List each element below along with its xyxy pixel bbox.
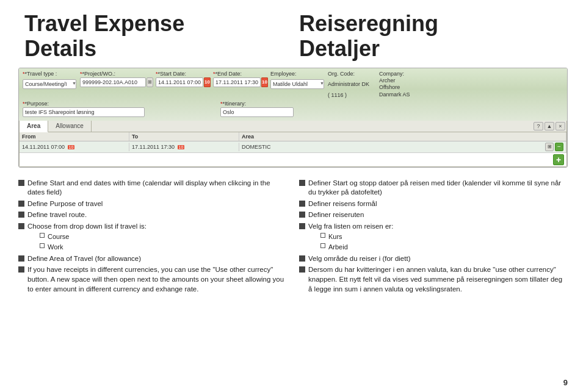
- start-date-field: *Start Date: 10: [156, 71, 211, 87]
- page-number: 9: [563, 378, 568, 387]
- header-right: Reiseregning Detaljer: [287, 11, 562, 62]
- add-btn-row: +: [20, 153, 566, 166]
- bullet-icon: [299, 266, 305, 273]
- project-label: *Project/WO.:: [80, 71, 153, 77]
- bullet-icon: [299, 223, 305, 229]
- org-field: Org. Code: Administrator DK ( 1116 ): [328, 71, 377, 99]
- list-item: Choose from drop down list if travel is:…: [18, 222, 287, 252]
- travel-type-select[interactable]: Course/Meeting/I: [23, 79, 76, 89]
- add-row-btn[interactable]: +: [553, 154, 564, 165]
- bullet-icon: [18, 266, 24, 273]
- sub-list-velg: Kurs Arbeid: [320, 232, 393, 251]
- bullet-icon: [18, 201, 24, 207]
- left-bullet-list: Define Start and end dates with time (ca…: [18, 179, 287, 294]
- table-header: From To Area: [20, 132, 566, 141]
- list-item: Define Purpose of travel: [18, 199, 287, 209]
- header-left: Travel Expense Details: [24, 11, 287, 62]
- content-right: Definer Start og stopp datoer på reisen …: [299, 179, 568, 296]
- travel-type-select-wrapper[interactable]: Course/Meeting/I: [23, 77, 78, 89]
- end-date-wrapper: 10: [213, 77, 268, 87]
- tab-close-btn[interactable]: ×: [555, 122, 565, 130]
- cell-to: 17.11.2011 17:30 10: [129, 143, 239, 151]
- tab-area: Area Allowance ? ▲ × From To Area 14.11.…: [19, 121, 567, 167]
- list-item: Velg fra listen om reisen er: Kurs Arbei…: [299, 222, 568, 252]
- list-item: Define Area of Travel (for allowance): [18, 254, 287, 264]
- right-bullet-list: Definer Start og stopp datoer på reisen …: [299, 179, 568, 294]
- travel-type-label: *Travel type :: [23, 71, 78, 77]
- list-item: Velg område du reiser i (for diett): [299, 254, 568, 264]
- purpose-input[interactable]: [23, 107, 145, 117]
- start-date-label: *Start Date:: [156, 71, 211, 77]
- tab-help-btn[interactable]: ?: [534, 122, 543, 130]
- sub-list-item: Work: [40, 243, 146, 251]
- content-area: Define Start and end dates with time (ca…: [0, 174, 586, 302]
- tab-area-item[interactable]: Area: [20, 121, 48, 132]
- purpose-field: *Purpose:: [23, 101, 145, 117]
- project-input[interactable]: [80, 77, 146, 87]
- sub-bullet: [40, 243, 45, 248]
- bullet-icon: [18, 212, 24, 218]
- end-date-field: *End Date: 10: [213, 71, 268, 87]
- end-date-cal-btn[interactable]: 10: [261, 77, 268, 87]
- start-date-input[interactable]: [156, 77, 203, 87]
- sub-bullet: [40, 233, 45, 238]
- list-item: Definer Start og stopp datoer på reisen …: [299, 179, 568, 198]
- start-date-wrapper: 10: [156, 77, 211, 87]
- list-item: Dersom du har kvitteringer i en annen va…: [299, 265, 568, 294]
- sub-list-item: Kurs: [320, 232, 393, 241]
- area-delete-btn[interactable]: −: [555, 143, 563, 151]
- end-date-input[interactable]: [213, 77, 261, 87]
- col-header-from: From: [20, 132, 129, 141]
- cell-area: DOMESTIC ⊞ −: [239, 141, 566, 152]
- ui-screenshot: *Travel type : Course/Meeting/I *Project…: [18, 68, 568, 168]
- tab-bar: Area Allowance ? ▲ ×: [20, 121, 566, 132]
- itinerary-input[interactable]: [220, 107, 294, 117]
- bullet-icon: [18, 255, 24, 262]
- content-left: Define Start and end dates with time (ca…: [18, 179, 287, 296]
- sub-list-item: Arbeid: [320, 243, 393, 251]
- employee-label: Employee:: [270, 71, 325, 77]
- purpose-label: *Purpose:: [23, 101, 145, 107]
- sub-list-item: Course: [40, 232, 146, 241]
- to-cal-badge[interactable]: 10: [178, 145, 185, 149]
- travel-type-field: *Travel type : Course/Meeting/I: [23, 71, 78, 89]
- project-browse-btn[interactable]: ⊞: [146, 77, 153, 87]
- itinerary-field: *Itinerary:: [220, 101, 294, 117]
- page: Travel Expense Details Reiseregning Deta…: [0, 0, 586, 392]
- tab-content: From To Area 14.11.2011 07:00 10 17.11.2…: [20, 132, 566, 166]
- list-item: If you have receipts in different curren…: [18, 265, 287, 294]
- start-date-cal-btn[interactable]: 10: [204, 77, 211, 87]
- header-section: Travel Expense Details Reiseregning Deta…: [0, 0, 586, 68]
- bullet-icon: [299, 201, 305, 207]
- bullet-icon: [299, 180, 305, 186]
- right-title: Reiseregning Detaljer: [299, 11, 562, 62]
- bullet-icon: [18, 180, 24, 186]
- bullet-icon: [18, 223, 24, 229]
- list-item: Define travel route.: [18, 210, 287, 220]
- form-row-1: *Travel type : Course/Meeting/I *Project…: [23, 71, 563, 99]
- org-label: Org. Code:: [328, 71, 377, 77]
- sub-bullet: [320, 243, 325, 248]
- form-row-2: *Purpose: *Itinerary:: [23, 101, 563, 117]
- left-title: Travel Expense Details: [24, 11, 287, 62]
- tab-header-btns: ? ▲ ×: [532, 121, 566, 132]
- cell-from: 14.11.2011 07:00 10: [20, 143, 129, 151]
- tab-allowance-item[interactable]: Allowance: [48, 121, 92, 132]
- list-item: Define Start and end dates with time (ca…: [18, 179, 287, 198]
- from-cal-badge[interactable]: 10: [68, 145, 75, 149]
- col-header-area: Area: [239, 132, 566, 141]
- itinerary-label: *Itinerary:: [220, 101, 294, 107]
- list-item: Definer reiseruten: [299, 210, 568, 220]
- employee-select-wrapper[interactable]: Matilde Uldahl: [270, 77, 325, 89]
- employee-select[interactable]: Matilde Uldahl: [270, 79, 324, 89]
- sub-bullet: [320, 233, 325, 238]
- form-fields-area: *Travel type : Course/Meeting/I *Project…: [19, 68, 567, 121]
- area-browse-btn[interactable]: ⊞: [545, 143, 554, 151]
- company-label: Company:: [379, 71, 422, 77]
- tab-up-btn[interactable]: ▲: [544, 122, 554, 130]
- table-row[interactable]: 14.11.2011 07:00 10 17.11.2011 17:30 10 …: [20, 141, 566, 153]
- col-header-to: To: [129, 132, 239, 141]
- bullet-icon: [299, 212, 305, 218]
- company-field: Company: ArcherOffshoreDanmark AS: [379, 71, 422, 99]
- end-date-label: *End Date:: [213, 71, 268, 77]
